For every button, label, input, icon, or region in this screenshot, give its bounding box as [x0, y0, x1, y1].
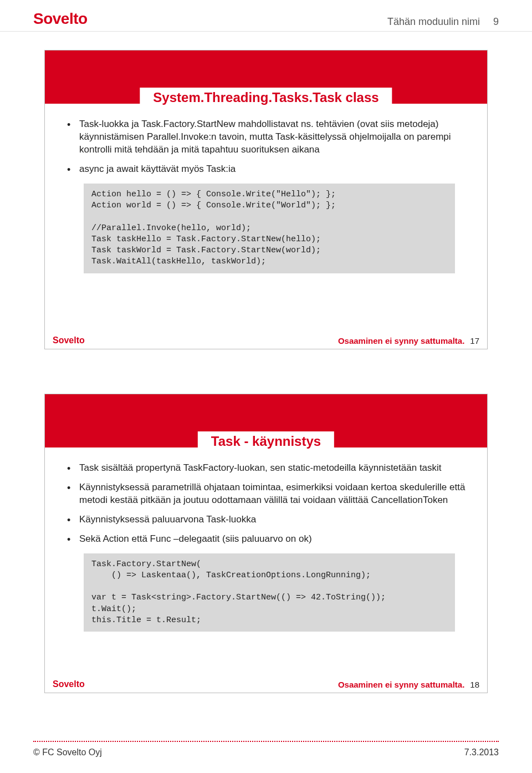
slide-title: Task - käynnistys	[198, 431, 334, 450]
code-block: Action hello = () => { Console.Write("He…	[84, 184, 455, 273]
slide-number: 17	[470, 336, 479, 345]
list-item: Task-luokka ja Task.Factory.StartNew mah…	[67, 118, 472, 156]
copyright-text: © FC Sovelto Oyj	[33, 747, 102, 757]
list-item: Käynnistyksessä parametrillä ohjataan to…	[67, 481, 472, 507]
bullet-list: Task sisältää propertynä TaskFactory-luo…	[67, 462, 472, 546]
list-item: async ja await käyttävät myös Task:ia	[67, 163, 472, 176]
slides-container: System.Threading.Tasks.Task class Task-l…	[44, 50, 488, 738]
code-block: Task.Factory.StartNew( () => Laskentaa()…	[84, 553, 455, 632]
footer-slogan: Osaaminen ei synny sattumalta.	[338, 680, 464, 689]
list-item: Sekä Action että Func –delegaatit (siis …	[67, 533, 472, 546]
page-footer: © FC Sovelto Oyj 7.3.2013	[33, 741, 499, 757]
list-item: Käynnistyksessä paluuarvona Task-luokka	[67, 513, 472, 526]
slide-title-bar: Task - käynnistys	[45, 394, 487, 447]
slide: Task - käynnistys Task sisältää property…	[44, 394, 488, 693]
page-header: Sovelto Tähän moduulin nimi 9	[0, 10, 532, 32]
footer-slogan: Osaaminen ei synny sattumalta.	[338, 336, 464, 345]
slide-body: Task sisältää propertynä TaskFactory-luo…	[45, 447, 487, 637]
footer-logo: Sovelto	[53, 679, 85, 689]
slide-body: Task-luokka ja Task.Factory.StartNew mah…	[45, 104, 487, 279]
slide-title: System.Threading.Tasks.Task class	[140, 88, 392, 106]
slide-title-bar: System.Threading.Tasks.Task class	[45, 50, 487, 104]
footer-logo: Sovelto	[53, 335, 85, 345]
page-number: 9	[493, 16, 499, 28]
footer-date: 7.3.2013	[464, 747, 499, 757]
slide-footer: Sovelto Osaaminen ei synny sattumalta. 1…	[53, 335, 479, 345]
slide: System.Threading.Tasks.Task class Task-l…	[44, 50, 488, 349]
list-item: Task sisältää propertynä TaskFactory-luo…	[67, 462, 472, 475]
slide-footer: Sovelto Osaaminen ei synny sattumalta. 1…	[53, 679, 479, 689]
header-right: Tähän moduulin nimi 9	[387, 16, 499, 28]
module-label: Tähän moduulin nimi	[387, 16, 480, 28]
slide-number: 18	[470, 680, 479, 689]
brand-logo: Sovelto	[33, 10, 88, 28]
bullet-list: Task-luokka ja Task.Factory.StartNew mah…	[67, 118, 472, 176]
